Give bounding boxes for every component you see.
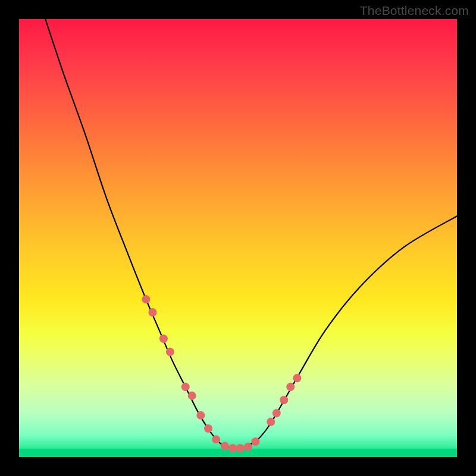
watermark-text: TheBottleneck.com <box>360 4 469 18</box>
curve-dot <box>228 444 237 452</box>
curve-dot <box>267 418 275 426</box>
curve-dot <box>196 411 205 419</box>
curve-dot <box>181 383 190 391</box>
curve-svg-layer <box>19 19 457 457</box>
curve-dot <box>159 334 168 343</box>
curve-dot <box>221 442 229 450</box>
curve-dot <box>166 347 174 356</box>
curve-dot <box>244 443 252 451</box>
curve-dot <box>293 374 301 383</box>
curve-dot <box>188 392 196 400</box>
curve-dot <box>251 437 259 446</box>
curve-dot <box>212 436 220 444</box>
chart-stage: TheBottleneck.com <box>0 0 476 476</box>
curve-dot <box>286 383 295 391</box>
curve-dot <box>236 444 245 452</box>
curve-dot <box>149 308 157 317</box>
curve-dot <box>142 295 150 303</box>
curve-dot <box>280 396 288 404</box>
bottleneck-curve <box>45 19 457 448</box>
curve-dots-group <box>142 295 301 452</box>
plot-area <box>19 19 457 457</box>
curve-dot <box>204 424 212 433</box>
curve-dot <box>273 409 281 417</box>
